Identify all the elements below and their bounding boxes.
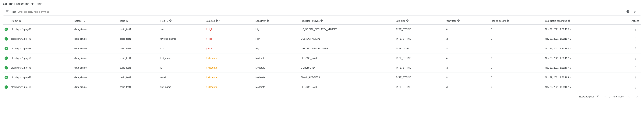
col-header-project-id: Project ID <box>10 17 73 24</box>
row-predicted-info-type: GENERIC_ID <box>299 63 394 73</box>
row-actions-button[interactable]: ⋮ <box>633 75 638 80</box>
field-id-help-icon[interactable] <box>169 19 172 22</box>
row-sensitivity: Moderate <box>254 82 299 92</box>
data-type-help-icon[interactable] <box>406 19 409 22</box>
sensitivity-help-icon[interactable] <box>266 19 269 22</box>
prev-page-button[interactable] <box>626 94 632 99</box>
data-risk-sort-icon[interactable] <box>219 19 222 22</box>
data-risk-help-icon[interactable] <box>216 19 218 22</box>
row-actions-button[interactable]: ⋮ <box>633 55 638 61</box>
row-actions-button[interactable]: ⋮ <box>633 65 638 71</box>
row-dataset-id: data_simple <box>73 63 118 73</box>
row-actions-cell: ⋮ <box>630 44 641 53</box>
help-button[interactable] <box>625 9 631 15</box>
risk-badge: ‼ Moderate <box>206 66 218 69</box>
last-profile-help-icon[interactable] <box>568 19 570 22</box>
row-free-text-score: 0 <box>489 53 544 63</box>
row-project-id: dlppsbqrun1-proj-78 <box>10 53 73 63</box>
rows-per-page: Rows per page: 10 25 30 50 100 ▾ <box>579 95 606 98</box>
rows-per-page-select[interactable]: 10 25 30 50 100 <box>597 95 604 98</box>
risk-icon: ‼ <box>206 66 207 69</box>
row-sensitivity: Moderate <box>254 63 299 73</box>
row-data-risk: ‼ High <box>204 24 254 34</box>
col-header-policy-tags: Policy tags <box>444 17 489 24</box>
free-text-score-help-icon[interactable] <box>506 19 509 22</box>
risk-badge: ‼ Moderate <box>206 57 218 60</box>
row-policy-tags: No <box>444 53 489 63</box>
columns-button[interactable] <box>632 9 638 15</box>
row-sensitivity: High <box>254 24 299 34</box>
status-check-icon <box>4 76 8 79</box>
row-last-profile-generated: Nov 29, 2021, 1:31:19 AM <box>544 34 630 44</box>
table-row: dlppsbqrun1-proj-78 data_simple basic_te… <box>3 63 641 73</box>
page-title: Column Profiles for this Table <box>3 2 641 6</box>
status-check-icon <box>4 56 8 60</box>
row-actions-cell: ⋮ <box>630 63 641 73</box>
predicted-info-type-help-icon[interactable] <box>320 19 323 22</box>
risk-badge: ‼ High <box>206 37 212 40</box>
filter-icon <box>6 10 9 14</box>
row-data-risk: ‼ Moderate <box>204 53 254 63</box>
row-actions-cell: ⋮ <box>630 34 641 44</box>
row-actions-cell: ⋮ <box>630 24 641 34</box>
col-header-dataset-id: Dataset ID <box>73 17 118 24</box>
row-dataset-id: data_simple <box>73 24 118 34</box>
row-last-profile-generated: Nov 29, 2021, 1:31:19 AM <box>544 24 630 34</box>
row-predicted-info-type: PERSON_NAME <box>299 82 394 92</box>
row-data-type: TYPE_STRING <box>394 24 444 34</box>
risk-badge: ‼ High <box>206 47 212 50</box>
row-table-id: basic_test1 <box>118 82 159 92</box>
col-header-field-id: Field ID <box>159 17 204 24</box>
row-predicted-info-type: PERSON_NAME <box>299 53 394 63</box>
pagination: Rows per page: 10 25 30 50 100 ▾ 1 – 30 … <box>3 92 641 99</box>
row-actions-button[interactable]: ⋮ <box>633 84 638 90</box>
row-predicted-info-type: CUSTOM_ANIMAL <box>299 34 394 44</box>
page-info: 1 – 30 of many <box>608 95 624 98</box>
row-field-id: first_name <box>159 82 204 92</box>
filter-input[interactable] <box>18 10 625 13</box>
table-row: dlppsbqrun1-proj-78 data_simple basic_te… <box>3 73 641 82</box>
row-field-id: last_name <box>159 53 204 63</box>
risk-badge: ‼ High <box>206 28 212 31</box>
next-page-button[interactable] <box>634 94 640 99</box>
col-header-actions: Actions <box>630 17 641 24</box>
row-dataset-id: data_simple <box>73 73 118 82</box>
row-data-risk: ‼ High <box>204 34 254 44</box>
col-header-sensitivity: Sensitivity <box>254 17 299 24</box>
row-actions-cell: ⋮ <box>630 73 641 82</box>
row-dataset-id: data_simple <box>73 34 118 44</box>
risk-icon: ‼ <box>206 57 207 60</box>
row-free-text-score: 0 <box>489 44 544 53</box>
status-check-icon <box>4 28 8 31</box>
row-field-id: id <box>159 63 204 73</box>
row-actions-button[interactable]: ⋮ <box>633 46 638 51</box>
row-project-id: dlppsbqrun1-proj-78 <box>10 44 73 53</box>
col-header-status <box>3 17 10 24</box>
risk-icon: ‼ <box>206 86 207 89</box>
row-project-id: dlppsbqrun1-proj-78 <box>10 24 73 34</box>
row-sensitivity: Moderate <box>254 53 299 63</box>
row-field-id: ccn <box>159 44 204 53</box>
row-table-id: basic_test1 <box>118 44 159 53</box>
status-check-icon <box>4 47 8 50</box>
row-status-cell <box>3 73 10 82</box>
row-status-cell <box>3 53 10 63</box>
row-data-risk: ‼ Moderate <box>204 63 254 73</box>
row-actions-button[interactable]: ⋮ <box>633 36 638 42</box>
row-last-profile-generated: Nov 29, 2021, 1:31:19 AM <box>544 73 630 82</box>
table-header-row: Project ID Dataset ID Table ID Field ID <box>3 17 641 24</box>
risk-icon: ‼ <box>206 47 207 50</box>
row-free-text-score: 0 <box>489 24 544 34</box>
risk-icon: ‼ <box>206 28 207 31</box>
row-dataset-id: data_simple <box>73 53 118 63</box>
row-dataset-id: data_simple <box>73 82 118 92</box>
risk-badge: ‼ Moderate <box>206 76 218 79</box>
data-table: Project ID Dataset ID Table ID Field ID <box>3 17 641 92</box>
row-status-cell <box>3 24 10 34</box>
row-field-id: email <box>159 73 204 82</box>
policy-tags-help-icon[interactable] <box>457 19 460 22</box>
row-data-type: TYPE_STRING <box>394 34 444 44</box>
row-policy-tags: No <box>444 24 489 34</box>
row-actions-button[interactable]: ⋮ <box>633 26 638 32</box>
row-sensitivity: High <box>254 44 299 53</box>
